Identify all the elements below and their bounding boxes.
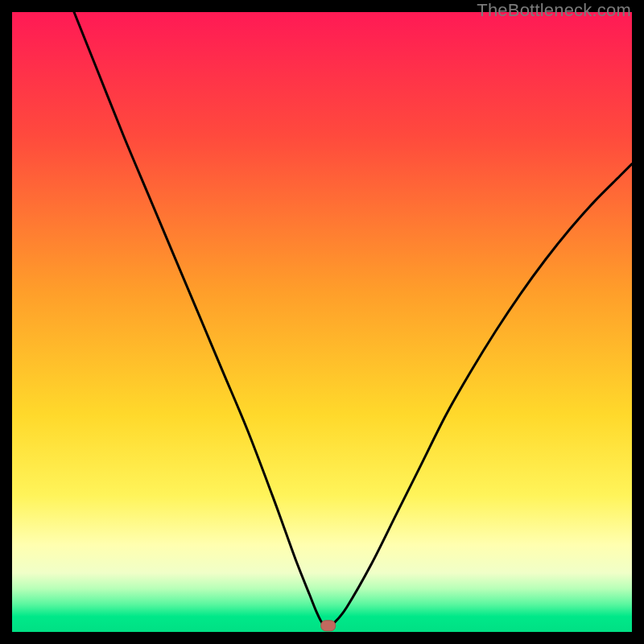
- optimal-point-marker: [321, 621, 336, 631]
- plot-frame: [12, 12, 632, 632]
- watermark-text: TheBottleneck.com: [477, 0, 631, 21]
- bottleneck-chart: [12, 12, 632, 632]
- gradient-background: [12, 12, 632, 632]
